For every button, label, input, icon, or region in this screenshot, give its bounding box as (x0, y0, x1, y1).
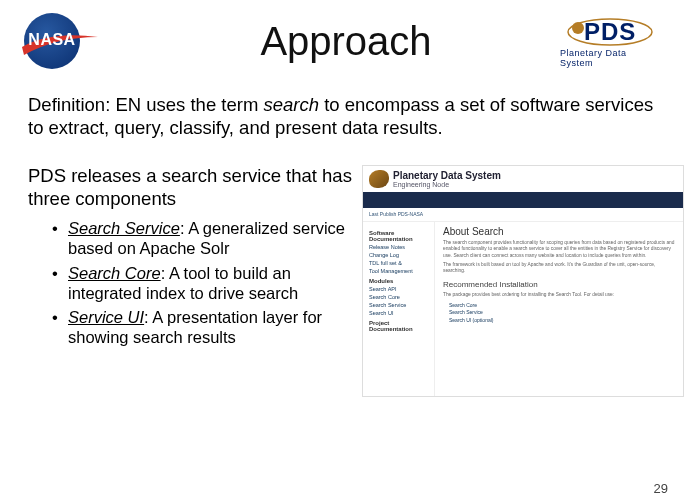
thumb-sidebar-item: Tool Management (369, 268, 428, 274)
thumb-sidebar-item: Search API (369, 286, 428, 292)
thumb-sidebar-item: Search Core (369, 294, 428, 300)
bullet-title: Search Service (68, 219, 180, 237)
thumb-sidebar-item: Search Service (369, 302, 428, 308)
pds-logo: PDS Planetary Data System (560, 14, 660, 68)
nasa-logo-text: NASA (28, 31, 75, 49)
svg-point-1 (572, 22, 584, 34)
bullet-title: Service UI (68, 308, 144, 326)
left-column: PDS releases a search service that has t… (28, 165, 354, 397)
thumb-sidebar-item: Release Notes (369, 244, 428, 250)
bullet-title: Search Core (68, 264, 161, 282)
component-list: Search Service: A generalized service ba… (28, 218, 354, 347)
list-item: Search Service: A generalized service ba… (52, 218, 354, 258)
thumb-sidebar-item: Search UI (369, 310, 428, 316)
thumb-site-title: Planetary Data System (393, 171, 501, 181)
slide-header: NASA Approach PDS Planetary Data System (0, 0, 684, 78)
thumb-main-li: Search UI (optional) (449, 317, 675, 323)
thumb-sidebar-heading: Modules (369, 278, 428, 284)
slide-title: Approach (92, 19, 560, 64)
thumb-main-li: Search Core (449, 302, 675, 308)
thumb-pds-icon (369, 170, 389, 188)
website-thumbnail: Planetary Data System Engineering Node L… (362, 165, 684, 397)
thumb-breadcrumb: Last Publish PDS-NASA (363, 208, 683, 222)
right-column: Planetary Data System Engineering Node L… (362, 165, 684, 397)
thumb-main-h2: Recommended Installation (443, 280, 675, 289)
nasa-logo: NASA (24, 13, 92, 69)
thumb-main-p: The package provides best ordering for i… (443, 292, 675, 298)
thumb-navbar (363, 192, 683, 208)
thumb-site-sub: Engineering Node (393, 181, 501, 188)
thumb-header: Planetary Data System Engineering Node (363, 166, 683, 192)
definition-term: search (263, 94, 319, 115)
intro-text: PDS releases a search service that has t… (28, 165, 354, 210)
list-item: Service UI: A presentation layer for sho… (52, 307, 354, 347)
list-item: Search Core: A tool to build an integrat… (52, 263, 354, 303)
thumb-main-p: The search component provides functional… (443, 240, 675, 259)
definition-text: Definition: EN uses the term search to e… (28, 94, 656, 139)
thumb-sidebar-heading: Software Documentation (369, 230, 428, 242)
thumb-sidebar: Software Documentation Release Notes Cha… (363, 222, 435, 396)
thumb-main-p: The framework is built based on tool by … (443, 262, 675, 274)
thumb-sidebar-heading: Project Documentation (369, 320, 428, 332)
definition-prefix: Definition: EN uses the term (28, 94, 263, 115)
thumb-main-h1: About Search (443, 226, 675, 237)
definition-block: Definition: EN uses the term search to e… (0, 78, 684, 165)
pds-logo-subtitle: Planetary Data System (560, 48, 660, 68)
thumb-sidebar-item: TDL full set & (369, 260, 428, 266)
page-number: 29 (654, 481, 668, 496)
thumb-main: About Search The search component provid… (435, 222, 683, 396)
pds-logo-text: PDS (584, 18, 636, 46)
thumb-sidebar-item: Change Log (369, 252, 428, 258)
thumb-main-li: Search Service (449, 309, 675, 315)
